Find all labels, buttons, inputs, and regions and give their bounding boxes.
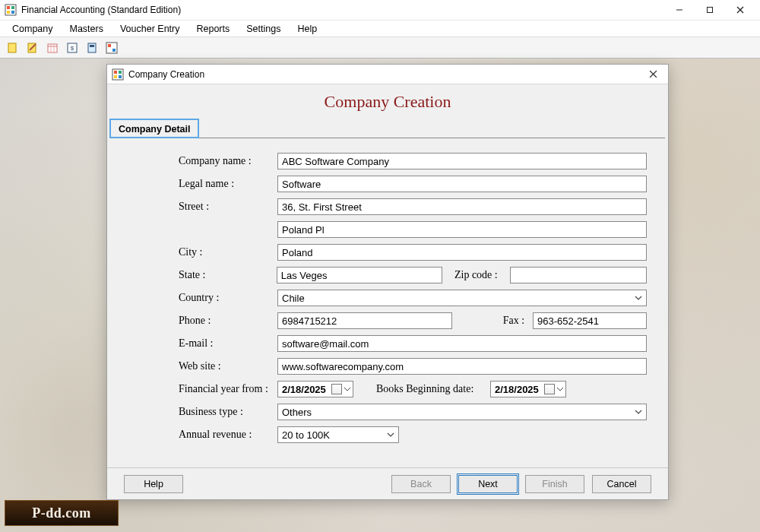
label-phone: Phone : <box>179 315 277 327</box>
books-begin-value: 2/18/2025 <box>495 384 539 395</box>
toolbar-edit-icon[interactable] <box>24 40 41 56</box>
label-fax: Fax : <box>495 315 533 327</box>
svg-text:$: $ <box>71 45 74 52</box>
annual-revenue-value: 20 to 100K <box>282 429 330 441</box>
svg-rect-25 <box>119 71 122 74</box>
svg-rect-1 <box>7 6 10 9</box>
svg-rect-19 <box>90 45 94 47</box>
dialog-titlebar: Company Creation <box>107 65 668 84</box>
city-field[interactable] <box>277 244 647 261</box>
label-city: City : <box>179 246 277 258</box>
label-business-type: Business type : <box>179 406 277 418</box>
toolbar-settings-icon[interactable] <box>103 40 120 56</box>
label-street: Street : <box>179 201 277 213</box>
fy-from-datepicker[interactable]: 2/18/2025 <box>277 381 353 397</box>
calendar-icon <box>331 384 342 394</box>
country-combo[interactable]: Chile <box>277 290 647 306</box>
tab-company-detail[interactable]: Company Detail <box>110 119 198 138</box>
app-window: Financial Accounting (Standard Edition) … <box>0 0 760 59</box>
chevron-down-icon <box>556 384 564 395</box>
maximize-button[interactable] <box>695 1 725 19</box>
label-website: Web site : <box>179 360 277 372</box>
dialog-heading: Company Creation <box>107 84 668 118</box>
minimize-button[interactable] <box>664 1 695 19</box>
chevron-down-icon <box>385 429 397 441</box>
toolbar-calc-icon[interactable] <box>84 40 100 56</box>
label-email: E-mail : <box>179 337 277 350</box>
help-button[interactable]: Help <box>124 475 183 493</box>
svg-rect-3 <box>7 11 10 14</box>
phone-field[interactable] <box>277 312 452 329</box>
menu-reports[interactable]: Reports <box>188 22 237 36</box>
calendar-icon <box>544 384 555 394</box>
books-begin-datepicker[interactable]: 2/18/2025 <box>490 381 566 397</box>
fy-from-value: 2/18/2025 <box>282 384 326 395</box>
next-button[interactable]: Next <box>458 475 518 493</box>
app-icon <box>5 4 17 16</box>
fax-field[interactable] <box>533 312 647 329</box>
menu-company[interactable]: Company <box>5 22 61 36</box>
dialog-icon <box>112 68 124 81</box>
menu-help[interactable]: Help <box>290 22 325 36</box>
dialog-close-button[interactable] <box>642 66 663 83</box>
svg-rect-26 <box>114 75 117 78</box>
company-creation-dialog: Company Creation Company Creation Compan… <box>106 64 669 500</box>
label-zip: Zip code : <box>442 269 510 281</box>
company-name-field[interactable] <box>277 153 647 169</box>
back-button[interactable]: Back <box>391 475 451 493</box>
tab-strip: Company Detail <box>107 118 668 138</box>
label-legal-name: Legal name : <box>179 178 277 190</box>
menu-masters[interactable]: Masters <box>62 22 111 36</box>
label-annual-revenue: Annual revenue : <box>179 429 277 441</box>
svg-rect-21 <box>108 44 111 47</box>
svg-rect-24 <box>114 71 117 74</box>
zip-field[interactable] <box>510 267 647 283</box>
dialog-title: Company Creation <box>128 69 204 80</box>
toolbar-new-icon[interactable] <box>5 40 21 56</box>
chevron-down-icon <box>632 292 644 304</box>
finish-button[interactable]: Finish <box>525 475 584 493</box>
watermark: P-dd.com <box>5 500 119 526</box>
chevron-down-icon <box>632 406 644 418</box>
chevron-down-icon <box>344 384 351 395</box>
dialog-button-bar: Help Back Next Finish Cancel <box>107 467 668 499</box>
close-button[interactable] <box>725 1 755 19</box>
menubar: Company Masters Voucher Entry Reports Se… <box>0 20 760 36</box>
state-field[interactable] <box>277 267 442 283</box>
svg-rect-4 <box>11 11 14 14</box>
label-company-name: Company name : <box>179 155 277 167</box>
svg-rect-22 <box>112 49 116 52</box>
cancel-button[interactable]: Cancel <box>592 475 651 493</box>
street1-field[interactable] <box>277 198 647 215</box>
menu-voucher-entry[interactable]: Voucher Entry <box>112 22 188 36</box>
legal-name-field[interactable] <box>277 176 647 192</box>
app-title: Financial Accounting (Standard Edition) <box>21 5 181 15</box>
label-fy-from: Financial year from : <box>179 383 277 395</box>
svg-rect-18 <box>88 43 96 52</box>
svg-rect-6 <box>708 8 713 13</box>
email-field[interactable] <box>277 335 647 352</box>
svg-rect-2 <box>11 6 14 9</box>
titlebar: Financial Accounting (Standard Edition) <box>0 0 760 20</box>
website-field[interactable] <box>277 358 647 375</box>
toolbar-calendar-icon[interactable] <box>44 40 61 56</box>
svg-rect-27 <box>119 75 122 78</box>
dialog-body: Company name : Legal name : Street : Cit… <box>110 138 665 467</box>
label-state: State : <box>179 269 277 281</box>
svg-rect-12 <box>48 44 57 52</box>
country-value: Chile <box>282 293 305 304</box>
label-country: Country : <box>179 292 277 304</box>
toolbar-report-icon[interactable]: $ <box>64 40 81 56</box>
label-books-begin: Books Beginning date: <box>376 383 490 395</box>
annual-revenue-combo[interactable]: 20 to 100K <box>277 426 399 443</box>
business-type-value: Others <box>282 407 312 418</box>
svg-rect-9 <box>8 43 16 52</box>
toolbar: $ <box>0 36 760 58</box>
street2-field[interactable] <box>277 221 647 238</box>
menu-settings[interactable]: Settings <box>239 22 288 36</box>
business-type-combo[interactable]: Others <box>277 404 647 420</box>
